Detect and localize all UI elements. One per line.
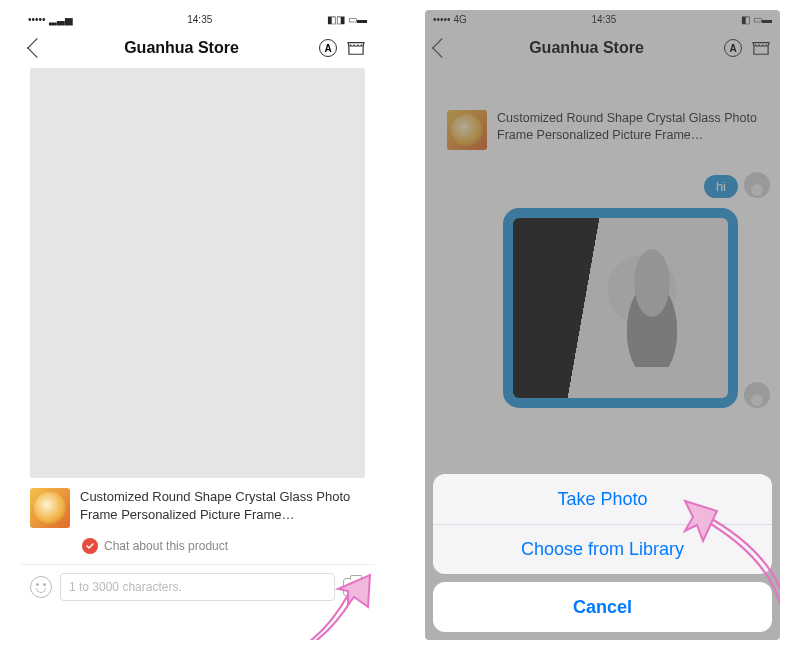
page-title: Guanhua Store [529,39,644,57]
emoji-icon[interactable] [30,576,52,598]
storefront-icon[interactable] [752,40,770,56]
cancel-button[interactable]: Cancel [433,582,772,632]
product-thumb-icon [30,488,70,528]
uploaded-photo [513,218,728,398]
avatar [744,172,770,198]
camera-icon[interactable] [343,578,365,596]
auto-translate-icon[interactable]: A [724,39,742,57]
product-card[interactable]: Customized Round Shape Crystal Glass Pho… [20,478,375,538]
product-title: Customized Round Shape Crystal Glass Pho… [80,488,365,523]
chat-content: Customized Round Shape Crystal Glass Pho… [425,68,780,408]
status-bar: •••••▂▃▅ 14:35 ◧◨▭▬ [20,10,375,28]
action-sheet: Take Photo Choose from Library Cancel [433,474,772,632]
nav-bar: Guanhua Store A [20,28,375,68]
back-icon[interactable] [27,38,47,58]
nav-icons: A [319,39,365,57]
message-input[interactable]: 1 to 3000 characters. [60,573,335,601]
phone-right: •••••4G 14:35 ◧▭▬ Guanhua Store A Custom… [425,10,780,640]
choose-library-button[interactable]: Choose from Library [433,524,772,574]
nav-icons: A [724,39,770,57]
chat-empty-area [30,68,365,478]
chat-about-label: Chat about this product [104,539,228,553]
status-time: 14:35 [591,14,616,25]
phone-left: •••••▂▃▅ 14:35 ◧◨▭▬ Guanhua Store A Cust… [20,10,375,640]
avatar [744,382,770,408]
input-placeholder: 1 to 3000 characters. [69,580,182,594]
product-thumb-icon [447,110,487,150]
auto-translate-icon[interactable]: A [319,39,337,57]
nav-bar: Guanhua Store A [425,28,780,68]
back-icon[interactable] [432,38,452,58]
page-title: Guanhua Store [124,39,239,57]
action-sheet-group: Take Photo Choose from Library [433,474,772,574]
product-title: Customized Round Shape Crystal Glass Pho… [497,110,758,144]
message-row: hi [435,172,770,198]
message-row [435,208,770,408]
chat-about-hint[interactable]: Chat about this product [20,538,375,564]
take-photo-button[interactable]: Take Photo [433,474,772,524]
image-message-bubble[interactable] [503,208,738,408]
message-bubble: hi [704,175,738,198]
product-card[interactable]: Customized Round Shape Crystal Glass Pho… [439,102,766,158]
input-bar: 1 to 3000 characters. [20,565,375,609]
check-circle-icon [82,538,98,554]
storefront-icon[interactable] [347,40,365,56]
status-time: 14:35 [187,14,212,25]
status-bar: •••••4G 14:35 ◧▭▬ [425,10,780,28]
